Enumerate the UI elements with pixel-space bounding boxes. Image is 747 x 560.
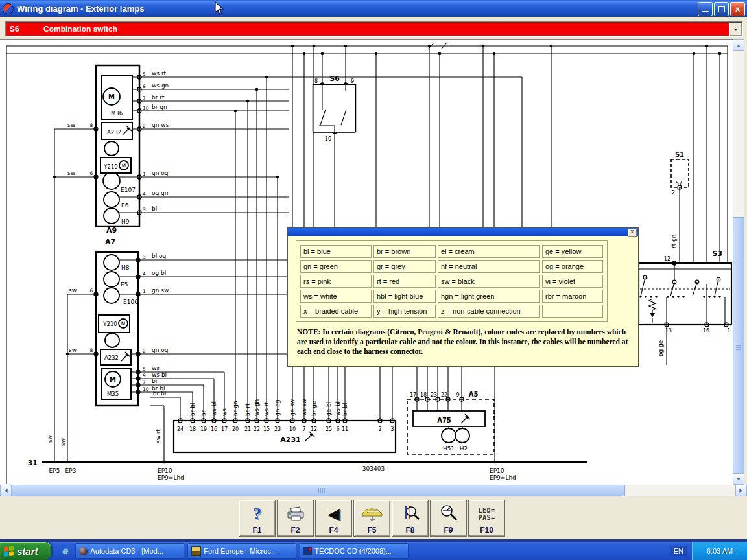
wire-label: br rt <box>152 94 165 100</box>
a75-label: A75 <box>437 417 451 424</box>
wire-rt-gn: rt gn <box>670 234 677 248</box>
wire-label: 5 <box>143 71 146 77</box>
screen: { "window": { "title": "Wiring diagram -… <box>0 0 747 560</box>
terminal-31: 31 <box>28 459 38 467</box>
app-icon <box>3 3 14 14</box>
wire-line <box>715 279 718 296</box>
restore-button[interactable] <box>714 2 729 16</box>
wire-label: 1 <box>143 171 146 177</box>
wire-label: sw <box>69 287 77 294</box>
lamp-symbol <box>104 208 119 224</box>
f9-component-zoom-button[interactable]: F9 <box>430 500 467 537</box>
h2-label: H2 <box>460 445 468 452</box>
wire-label: 24 <box>177 426 184 432</box>
scroll-right-button[interactable]: ▶ <box>735 485 747 496</box>
vertical-scrollbar[interactable]: ▲ ▼ <box>733 39 744 485</box>
f10-led-pas-button[interactable]: LED= PAS= F10 <box>468 500 505 537</box>
wire-label: 7 <box>302 426 305 432</box>
f2-print-button[interactable]: F2 <box>277 500 314 537</box>
task-button-ford[interactable]: Ford Europe - Microc... <box>187 543 296 559</box>
s1-label: S1 <box>675 151 684 158</box>
wire-sw-rt: sw rt <box>155 428 161 443</box>
wire-label: 5 <box>143 366 146 372</box>
wire-label: 25 <box>326 426 332 432</box>
scroll-down-button[interactable]: ▼ <box>733 473 744 485</box>
legend-cell: hbl = light blue <box>374 290 436 303</box>
internet-explorer-icon[interactable]: e <box>63 545 68 556</box>
wire-sw-left1: sw <box>47 435 53 443</box>
horizontal-scrollbar[interactable]: ◀ ▶ <box>0 485 747 496</box>
wire-label: 3 <box>143 207 146 213</box>
wire-label: bl <box>152 205 157 212</box>
selected-component[interactable]: S6 Combination switch <box>6 22 729 36</box>
component-combobox[interactable]: S6 Combination switch ▼ <box>5 21 743 37</box>
horizontal-scrollbar-thumb[interactable] <box>12 485 625 496</box>
task-button-tecdoc[interactable]: TECDOC CD (4/2008)... <box>300 543 409 559</box>
wire-label: 2 <box>378 426 381 432</box>
wire-label: gn og <box>152 347 169 353</box>
a231-label: A231 <box>280 436 300 444</box>
wire-label: 22 <box>441 392 447 398</box>
diagram-number: 303403 <box>362 465 385 472</box>
wire-label: 6 <box>336 426 339 432</box>
f4-back-button[interactable]: ◀ F4 <box>315 500 352 537</box>
wire-label: sw <box>67 122 75 128</box>
f8-wiring-zoom-button[interactable]: F8 <box>392 500 429 537</box>
wire-label: br <box>152 378 158 384</box>
legend-cell: x = braided cable <box>300 305 372 318</box>
wire-label: gn og <box>274 400 281 417</box>
wire-label: og gn <box>152 190 169 196</box>
lamp-symbol <box>104 288 119 303</box>
contact-dot <box>667 296 669 298</box>
language-indicator[interactable]: EN <box>670 546 687 556</box>
e6-label: E6 <box>121 202 129 209</box>
wire-label: br gn <box>232 401 239 416</box>
wire-label: ws bl <box>152 371 167 378</box>
taskbar: start e Autodata CD3 - [Mod... Ford Euro… <box>0 542 747 560</box>
ground-ep9: EP9=Lhd <box>158 474 184 481</box>
combobox-dropdown-button[interactable]: ▼ <box>729 22 742 36</box>
print-icon <box>286 506 305 522</box>
scroll-up-button[interactable]: ▲ <box>733 39 744 51</box>
lamp-symbol <box>104 192 119 207</box>
wiring-diagram-canvas[interactable]: A9 M36 A232 Y210 E107 E6 H9 A7 H8 E5 E10… <box>0 39 733 485</box>
legend-cell: el = cream <box>438 245 540 258</box>
wire-label: 6 <box>90 288 93 294</box>
wire-label: 8 <box>90 122 93 128</box>
legend-cell: z = non-cable connection <box>438 305 540 318</box>
scroll-left-button[interactable]: ◀ <box>0 485 12 496</box>
popup-titlebar[interactable]: x <box>288 228 638 236</box>
wire-label: ws <box>152 365 160 371</box>
colour-code-table-wrap: bl = bluebr = brownel = creamge = yellow… <box>296 240 608 322</box>
vertical-scrollbar-thumb[interactable] <box>733 217 744 473</box>
legend-cell: nf = neutral <box>438 260 540 273</box>
contact-dot <box>718 296 721 298</box>
e106-label: E106 <box>123 299 138 305</box>
start-button[interactable]: start <box>0 542 51 560</box>
contact-dot <box>655 296 658 298</box>
y210b-label: Y210 <box>102 321 117 327</box>
s3-pin1: 1 <box>727 328 730 334</box>
component-label: Combination switch <box>43 25 117 34</box>
a5-label: A5 <box>469 391 479 398</box>
wire-label: br bl <box>152 385 165 391</box>
wire-label: 23 <box>431 392 437 398</box>
wire-label: M <box>122 163 126 169</box>
minimize-button[interactable]: — <box>698 2 713 16</box>
wire-label: 9 <box>456 392 459 398</box>
wire-label: br bl <box>189 403 196 417</box>
h51-label: H51 <box>443 445 455 452</box>
f5-vehicle-button[interactable]: F5 <box>353 500 390 537</box>
s1-pin2: 2 <box>672 190 675 196</box>
scroll-up-icon: ▲ <box>737 43 741 47</box>
legend-cell: rt = red <box>374 275 436 288</box>
system-tray-clock[interactable]: 6:03 AM <box>692 542 747 560</box>
close-button[interactable]: × <box>730 2 745 16</box>
popup-close-button[interactable]: x <box>628 229 637 237</box>
close-icon: x <box>631 229 634 235</box>
task-button-autodata[interactable]: Autodata CD3 - [Mod... <box>75 543 184 559</box>
wire-label: 17 <box>221 426 228 432</box>
f1-help-button[interactable]: ? F1 <box>239 500 276 537</box>
wire-label: 3 <box>390 426 394 432</box>
m35-label: M35 <box>107 391 119 397</box>
